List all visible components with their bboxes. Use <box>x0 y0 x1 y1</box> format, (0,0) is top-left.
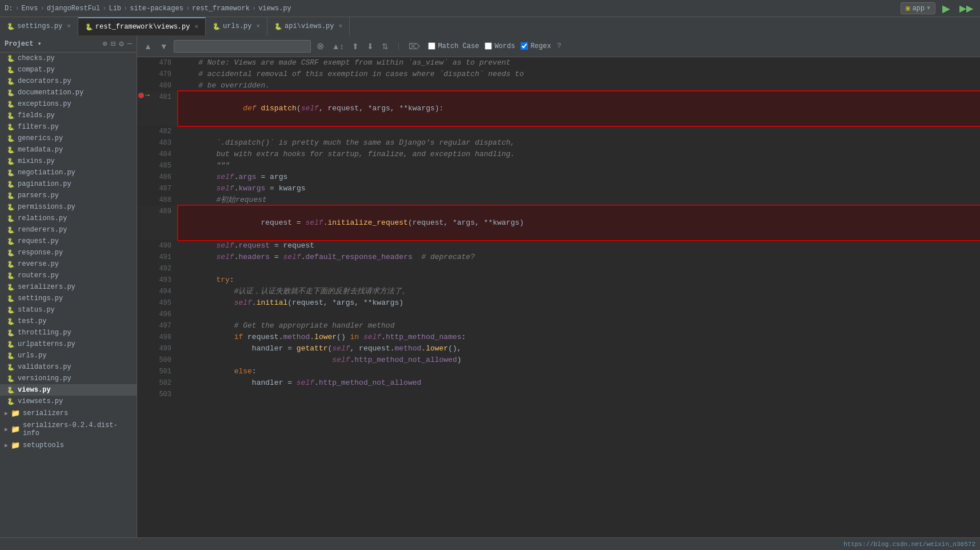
file-icon: 🐍 <box>7 306 15 314</box>
file-icon: 🐍 <box>7 341 15 348</box>
file-icon: 🐍 <box>7 192 15 200</box>
sidebar-item-relations[interactable]: 🐍relations.py <box>0 213 137 224</box>
sidebar-item-settings[interactable]: 🐍settings.py <box>0 293 137 304</box>
breakpoint-481[interactable] <box>138 93 144 98</box>
search-replace-button[interactable]: ⇅ <box>379 41 391 52</box>
file-icon: 🐍 <box>7 386 15 394</box>
sidebar-group-serializers-dist[interactable]: ▶ 📁 serializers-0.2.4.dist-info <box>0 420 137 439</box>
sidebar-item-fields[interactable]: 🐍fields.py <box>0 110 137 121</box>
chevron-right-icon: ▶ <box>5 442 8 449</box>
file-icon: 🐍 <box>7 226 15 234</box>
chevron-right-icon: ▶ <box>5 426 8 433</box>
code-line-488: 488 #初始request <box>137 194 980 206</box>
run-button[interactable]: ▶ <box>940 2 953 15</box>
sidebar-item-compat[interactable]: 🐍compat.py <box>0 64 137 75</box>
tab-close-api-views[interactable]: × <box>339 23 343 30</box>
sidebar-item-views[interactable]: 🐍views.py <box>0 384 137 396</box>
code-line-494: 494 #认证，认证失败就不走下面的反射去找请求方法了。 <box>137 286 980 297</box>
file-icon: 🐍 <box>7 158 15 165</box>
match-case-checkbox[interactable]: Match Case <box>428 42 479 50</box>
search-up-button[interactable]: ▲ <box>142 41 154 52</box>
minimize-icon[interactable]: — <box>127 39 132 49</box>
sidebar-item-response[interactable]: 🐍response.py <box>0 247 137 258</box>
tab-views-fw[interactable]: 🐍 rest_framework\views.py × <box>78 17 206 35</box>
tab-api-views[interactable]: 🐍 api\views.py × <box>267 17 350 35</box>
tab-settings[interactable]: 🐍 settings.py × <box>0 17 78 35</box>
code-panel: ▲ ▼ ⊗ ▲↕ ⬆ ⬇ ⇅ | ⌦ Match Case Words <box>137 35 980 550</box>
code-line-491: 491 self.headers = self.default_response… <box>137 252 980 263</box>
tab-close-settings[interactable]: × <box>67 23 71 30</box>
scope-icon[interactable]: ⊕ <box>102 39 107 49</box>
sidebar-item-urls[interactable]: 🐍urls.py <box>0 350 137 361</box>
file-icon: 🐍 <box>7 249 15 257</box>
tab-urls[interactable]: 🐍 urls.py × <box>206 17 267 35</box>
search-nav-next-button[interactable]: ⬇ <box>365 41 376 52</box>
sidebar-item-test[interactable]: 🐍test.py <box>0 316 137 327</box>
sidebar-item-generics[interactable]: 🐍generics.py <box>0 133 137 144</box>
search-options: Match Case Words Regex ? <box>428 42 561 50</box>
code-area[interactable]: 478 # Note: Views are made CSRF exempt f… <box>137 57 980 550</box>
regex-checkbox[interactable]: Regex <box>521 42 551 50</box>
sidebar-header: Project ▾ ⊕ ⊟ ⚙ — <box>0 35 137 53</box>
search-filter-icon[interactable]: ⌦ <box>406 41 422 52</box>
tab-close-urls[interactable]: × <box>257 23 261 30</box>
sidebar-item-request[interactable]: 🐍request.py <box>0 236 137 247</box>
search-down-button[interactable]: ▼ <box>158 41 170 52</box>
sidebar-item-renderers[interactable]: 🐍renderers.py <box>0 224 137 236</box>
sidebar-item-pagination[interactable]: 🐍pagination.py <box>0 178 137 190</box>
url-display: https://blog.csdn.net/weixin_n36572 <box>843 541 975 548</box>
app-dropdown[interactable]: ▣ app ▼ <box>901 2 935 14</box>
sidebar-item-status[interactable]: 🐍status.py <box>0 304 137 316</box>
sidebar-item-versioning[interactable]: 🐍versioning.py <box>0 373 137 384</box>
file-icon: 🐍 <box>7 204 15 211</box>
code-line-480: 480 # be overridden. <box>137 80 980 91</box>
sidebar-item-negotiation[interactable]: 🐍negotiation.py <box>0 167 137 178</box>
sidebar-group-setuptools[interactable]: ▶ 📁 setuptools <box>0 439 137 452</box>
run-with-coverage-button[interactable]: ▶▶ <box>957 3 975 14</box>
sidebar-group-serializers[interactable]: ▶ 📁 serializers <box>0 407 137 420</box>
file-icon: 🐍 <box>7 123 15 131</box>
file-icon: 🐍 <box>7 295 15 302</box>
sidebar-item-exceptions[interactable]: 🐍exceptions.py <box>0 98 137 110</box>
sidebar-item-throttling[interactable]: 🐍throttling.py <box>0 327 137 338</box>
sidebar-item-urlpatterns[interactable]: 🐍urlpatterns.py <box>0 338 137 350</box>
sidebar-item-reverse[interactable]: 🐍reverse.py <box>0 258 137 270</box>
file-icon: 🐍 <box>7 329 15 337</box>
help-icon[interactable]: ? <box>557 42 561 50</box>
sidebar-item-documentation[interactable]: 🐍documentation.py <box>0 87 137 98</box>
tab-bar: 🐍 settings.py × 🐍 rest_framework\views.p… <box>0 17 980 35</box>
sidebar-item-parsers[interactable]: 🐍parsers.py <box>0 190 137 201</box>
code-line-486: 486 self.args = args <box>137 172 980 183</box>
sidebar-item-permissions[interactable]: 🐍permissions.py <box>0 201 137 213</box>
sidebar-item-routers[interactable]: 🐍routers.py <box>0 270 137 281</box>
file-icon: 🐍 <box>7 398 15 405</box>
search-input[interactable] <box>174 40 311 53</box>
sidebar-item-metadata[interactable]: 🐍metadata.py <box>0 144 137 156</box>
code-line-478: 478 # Note: Views are made CSRF exempt f… <box>137 57 980 69</box>
sidebar-item-mixins[interactable]: 🐍mixins.py <box>0 156 137 167</box>
main-layout: Project ▾ ⊕ ⊟ ⚙ — 🐍checks.py 🐍compat.py … <box>0 35 980 550</box>
breadcrumb-item: rest_framework <box>192 5 250 13</box>
sidebar-item-decorators[interactable]: 🐍decorators.py <box>0 75 137 87</box>
tab-close-views-fw[interactable]: × <box>194 23 198 30</box>
file-icon: 🐍 <box>7 215 15 222</box>
file-icon: 🐍 <box>7 101 15 108</box>
gear-icon[interactable]: ⚙ <box>119 39 123 49</box>
sidebar-item-validators[interactable]: 🐍validators.py <box>0 361 137 373</box>
collapse-all-icon[interactable]: ⊟ <box>111 39 115 49</box>
sidebar-item-viewsets[interactable]: 🐍viewsets.py <box>0 396 137 407</box>
sidebar-item-serializers[interactable]: 🐍serializers.py <box>0 281 137 293</box>
sidebar-item-checks[interactable]: 🐍checks.py <box>0 53 137 64</box>
file-icon: 🐍 <box>7 181 15 188</box>
breadcrumb-item: Envs <box>22 5 38 13</box>
sidebar-item-filters[interactable]: 🐍filters.py <box>0 121 137 133</box>
search-nav-prev-button[interactable]: ⬆ <box>350 41 361 52</box>
chevron-right-icon: ▶ <box>5 410 8 417</box>
file-icon: 🐍 <box>7 318 15 325</box>
code-line-481: → 481 def dispatch(self, request, *args,… <box>137 91 980 126</box>
words-checkbox[interactable]: Words <box>485 42 515 50</box>
code-line-483: 483 `.dispatch()` is pretty much the sam… <box>137 137 980 149</box>
search-filter-button[interactable]: ▲↕ <box>330 41 346 52</box>
clear-search-button[interactable]: ⊗ <box>314 39 326 53</box>
file-icon: 🐍 <box>7 55 15 62</box>
